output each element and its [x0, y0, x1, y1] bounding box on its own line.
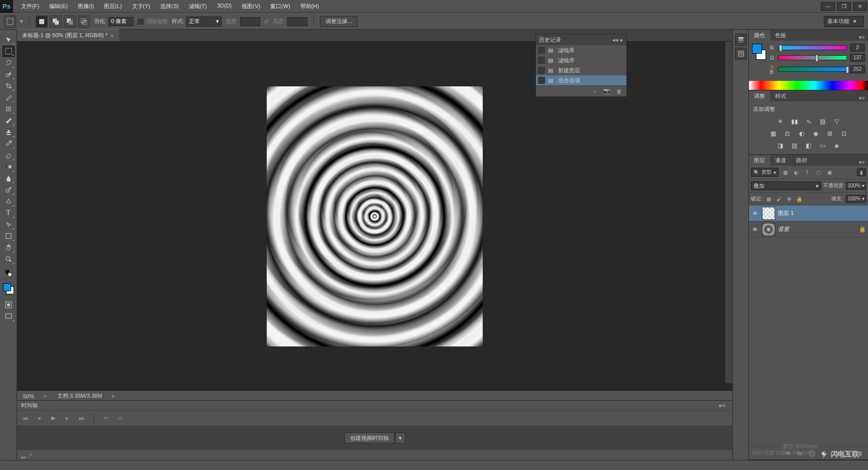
kind-select[interactable]: 🔍 类型 ▾	[751, 168, 779, 177]
gradient-map-icon[interactable]: ▭	[817, 141, 828, 150]
eyedropper-tool[interactable]	[3, 92, 15, 103]
panel-menu-icon[interactable]: ▾≡	[856, 159, 868, 166]
timeline-zoom-out-icon[interactable]: ▂	[21, 452, 25, 458]
layers-tab[interactable]: 图层	[749, 155, 770, 166]
delete-icon[interactable]: 🗑	[615, 88, 622, 95]
brightness-icon[interactable]: ☀	[775, 117, 786, 126]
minimize-button[interactable]: —	[821, 2, 835, 11]
invert-icon[interactable]: ◨	[775, 141, 786, 150]
b-slider[interactable]	[778, 67, 847, 72]
shape-tool[interactable]	[3, 230, 15, 242]
transition-icon[interactable]: ▱	[116, 414, 124, 422]
exposure-icon[interactable]: ▨	[817, 117, 828, 126]
new-selection-icon[interactable]	[36, 16, 48, 28]
scrollbar-vertical[interactable]	[725, 42, 732, 383]
timeline-render-icon[interactable]: ↗	[28, 452, 33, 458]
zoom-level[interactable]: 50%	[23, 393, 34, 399]
menu-filter[interactable]: 滤镜(T)	[185, 1, 211, 12]
healing-tool[interactable]	[3, 103, 15, 114]
path-select-tool[interactable]	[3, 219, 15, 230]
fill-input[interactable]: 100% ▾	[846, 195, 866, 203]
workspace-select[interactable]: 基本功能▾	[824, 16, 864, 27]
first-frame-icon[interactable]: ⏮	[21, 414, 29, 422]
levels-icon[interactable]: ▮▮	[789, 117, 800, 126]
quick-mask-icon[interactable]	[3, 299, 15, 310]
balance-icon[interactable]: ⚖	[782, 129, 793, 138]
tool-preset-icon[interactable]	[4, 16, 16, 28]
panel-menu-icon[interactable]: ▾≡	[856, 34, 868, 41]
antialias-checkbox[interactable]	[138, 19, 144, 25]
b-value[interactable]: 252	[850, 65, 865, 73]
menu-select[interactable]: 选择(S)	[156, 1, 183, 12]
pen-tool[interactable]	[3, 196, 15, 207]
dodge-tool[interactable]	[3, 184, 15, 195]
opacity-input[interactable]: 100% ▾	[846, 182, 866, 190]
prev-frame-icon[interactable]: ◂	[35, 414, 43, 422]
create-timeline-button[interactable]: 创建视频时间轴	[345, 432, 394, 443]
foreground-swatch[interactable]	[752, 44, 762, 54]
selective-color-icon[interactable]: ◈	[831, 141, 842, 150]
chevron-down-icon[interactable]: ▾	[20, 18, 23, 25]
gradient-tool[interactable]	[3, 161, 15, 172]
chevron-right-icon[interactable]: ▸	[112, 393, 115, 399]
collapse-icon[interactable]: ◂◂	[612, 37, 618, 43]
quick-select-tool[interactable]	[3, 69, 15, 80]
menu-layer[interactable]: 图层(L)	[100, 1, 126, 12]
feather-input[interactable]	[108, 17, 134, 26]
menu-3d[interactable]: 3D(D)	[213, 1, 236, 12]
type-tool[interactable]: T	[3, 207, 15, 218]
history-header[interactable]: 历史记录 ◂◂ ▸	[536, 34, 626, 45]
next-frame-icon[interactable]: ▸	[63, 414, 71, 422]
play-icon[interactable]: ▶	[49, 414, 57, 422]
filter-type-icon[interactable]: T	[803, 168, 812, 176]
color-tab[interactable]: 颜色	[749, 30, 770, 41]
timeline-type-dropdown[interactable]: ▾	[395, 432, 405, 443]
layer-thumbnail[interactable]	[762, 223, 775, 236]
filter-shape-icon[interactable]: ▢	[814, 168, 823, 176]
filter-smart-icon[interactable]: ▣	[825, 168, 834, 176]
brush-tool[interactable]	[3, 115, 15, 126]
subtract-selection-icon[interactable]	[64, 16, 76, 28]
history-item[interactable]: ▤滤镜库	[536, 55, 626, 65]
styles-tab[interactable]: 样式	[770, 91, 791, 101]
lock-all-icon[interactable]: 🔒	[796, 195, 803, 202]
channels-tab[interactable]: 通道	[770, 155, 791, 166]
visibility-icon[interactable]: 👁	[751, 225, 759, 233]
close-panel-icon[interactable]: ▸	[620, 37, 623, 43]
last-frame-icon[interactable]: ⏭	[77, 414, 85, 422]
r-slider[interactable]	[778, 45, 847, 50]
history-item[interactable]: ▤滤镜库	[536, 45, 626, 55]
menu-view[interactable]: 视图(V)	[238, 1, 264, 12]
menu-image[interactable]: 图像(I)	[74, 1, 98, 12]
filter-pixel-icon[interactable]: ▦	[781, 168, 790, 176]
posterize-icon[interactable]: ▤	[789, 141, 800, 150]
lock-transparent-icon[interactable]: ▦	[766, 195, 773, 202]
blur-tool[interactable]	[3, 173, 15, 184]
eraser-tool[interactable]	[3, 150, 15, 161]
channel-mixer-icon[interactable]: ⊞	[824, 129, 835, 138]
panel-menu-icon[interactable]: ▸≡	[716, 402, 728, 409]
menu-type[interactable]: 文字(Y)	[128, 1, 155, 12]
layer-thumbnail[interactable]	[762, 207, 775, 220]
crop-tool[interactable]	[3, 80, 15, 91]
screen-mode-icon[interactable]	[3, 311, 15, 322]
properties-dock-icon[interactable]	[735, 48, 747, 60]
curves-icon[interactable]: ∿	[803, 117, 814, 126]
bw-icon[interactable]: ◐	[796, 129, 807, 138]
history-dock-icon[interactable]	[735, 34, 747, 46]
history-item[interactable]: ▤新建图层	[536, 65, 626, 75]
r-value[interactable]: 2	[850, 44, 865, 52]
cut-icon[interactable]: ✂	[102, 414, 110, 422]
stamp-tool[interactable]	[3, 127, 15, 138]
refine-edge-button[interactable]: 调整边缘...	[320, 16, 358, 27]
chevron-right-icon[interactable]: ▸	[44, 393, 47, 399]
marquee-tool[interactable]	[3, 46, 15, 57]
g-slider[interactable]	[778, 55, 847, 60]
filter-toggle[interactable]: ▮	[857, 168, 866, 176]
g-value[interactable]: 137	[850, 54, 865, 62]
swap-icon[interactable]: ⇄	[264, 18, 269, 25]
layer-name[interactable]: 背景	[778, 225, 856, 233]
snapshot-icon[interactable]: 📷	[603, 88, 610, 95]
lookup-icon[interactable]: ⊡	[838, 129, 849, 138]
color-preview[interactable]	[752, 44, 766, 60]
